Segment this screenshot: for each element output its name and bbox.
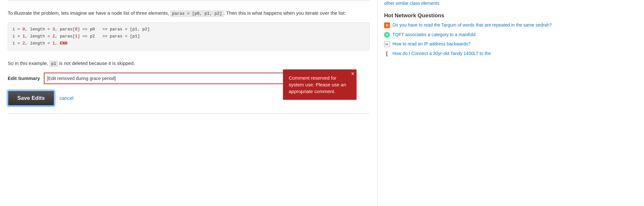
edit-summary-row: Edit Summary × Comment reserved for syst… [8,73,370,84]
tooltip-close-button[interactable]: × [351,71,354,76]
prose-text-4: is not deleted because it is skipped. [58,60,135,66]
network-item-4: [ How do I Connect a 30yr-old Tandy 1400… [384,51,634,57]
prose-text-3: So in this example, [8,60,50,66]
sidebar: other similar class elements Hot Network… [378,0,640,206]
network-link-4[interactable]: How do I Connect a 30yr-old Tandy 1400LT… [392,51,634,57]
top-divider [8,0,370,0]
tooltip-box: × Comment reserved for system use. Pleas… [283,69,357,100]
hot-network-title: Hot Network Questions [384,12,634,19]
prose-text-2: . Then this is what happens when you ite… [224,10,346,16]
prose-paragraph-2: So in this example, p1 is not deleted be… [8,56,370,67]
code-line-1: i = 0, length = 3, paras[0] == p0 => par… [12,26,365,33]
network-link-3[interactable]: How to read an IP address backwards? [392,41,634,47]
save-edits-button[interactable]: Save Edits [8,91,54,106]
prose-text-1: To illustrate the problem, lets imagine … [8,10,171,16]
network-item-1: ✡ Do you have to read the Targum of word… [384,22,634,28]
inline-code-1: paras = [p0, p1, p2] [171,11,224,17]
page-layout: To illustrate the problem, lets imagine … [0,0,644,206]
similar-link-1[interactable]: other similar class elements [384,0,634,7]
network-link-1[interactable]: Do you have to read the Targum of words … [392,22,634,28]
site-icon-4: [ [384,51,390,57]
hot-network-list: ✡ Do you have to read the Targum of word… [384,22,634,57]
tooltip-text: Comment reserved for system use. Please … [289,75,346,94]
prose-paragraph-1: To illustrate the problem, lets imagine … [8,5,370,17]
edit-summary-label: Edit Summary [8,75,40,81]
site-icon-2: ◎ [384,32,390,38]
network-item-3: UL How to read an IP address backwards? [384,41,634,47]
site-icon-3: UL [384,41,390,47]
network-link-2[interactable]: TQFT associates a category to a manifold [392,32,634,38]
edit-summary-input[interactable] [44,73,319,84]
main-content: To illustrate the problem, lets imagine … [0,0,378,206]
cancel-link[interactable]: cancel [60,95,73,101]
network-item-2: ◎ TQFT associates a category to a manifo… [384,32,634,38]
site-icon-1: ✡ [384,22,390,28]
code-line-3: i = 2, length = 1, END [12,40,365,47]
inline-code-2: p1 [50,61,58,67]
code-line-2: i = 1, length = 2, paras[1] == p2 => par… [12,33,365,40]
bottom-divider [8,114,370,114]
code-block: i = 0, length = 3, paras[0] == p0 => par… [8,22,370,51]
